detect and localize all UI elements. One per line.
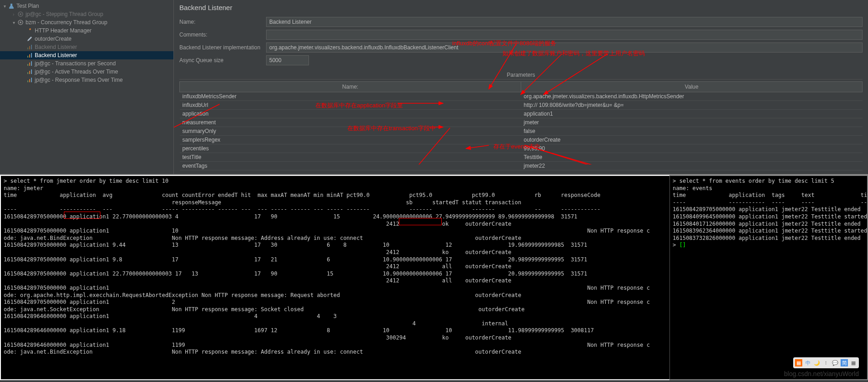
col-value: Value xyxy=(521,82,863,92)
comments-label: Comments: xyxy=(179,32,266,38)
param-value[interactable]: outorderCreate xyxy=(521,136,863,144)
tool-icon[interactable]: ⁝ xyxy=(822,359,830,366)
chart-icon xyxy=(26,52,33,58)
impl-label: Backend Listener implementation xyxy=(179,44,266,51)
gear-icon xyxy=(17,19,24,26)
tree-root[interactable]: ▾ Test Plan xyxy=(0,2,173,10)
panel-title: Backend Listener xyxy=(179,4,863,11)
tree-item[interactable]: HTTP Header Manager xyxy=(0,27,173,35)
param-name[interactable]: summaryOnly xyxy=(180,127,521,136)
tree-label: jp@gc - Stepping Thread Group xyxy=(26,11,103,17)
svg-rect-13 xyxy=(27,72,28,74)
name-label: Name: xyxy=(179,19,266,25)
tool-icon[interactable]: ▦ xyxy=(795,359,802,366)
impl-input[interactable] xyxy=(266,42,863,53)
tree-label: bzm - Concurrency Thread Group xyxy=(26,19,107,26)
param-row[interactable]: influxdbMetricsSenderorg.apache.jmeter.v… xyxy=(180,92,863,101)
tool-icon[interactable]: 中 xyxy=(804,359,811,366)
svg-rect-9 xyxy=(31,53,32,58)
tree-item[interactable]: Backend Listener xyxy=(0,43,173,51)
svg-rect-16 xyxy=(27,80,28,82)
param-name[interactable]: samplersRegex xyxy=(180,136,521,144)
tree-item[interactable]: jp@gc - Response Times Over Time xyxy=(0,76,173,84)
params-header: Parameters xyxy=(179,72,863,80)
tool-icon[interactable]: 💬 xyxy=(831,359,839,366)
watermark: blog.csdn.net/xianyuWorld xyxy=(784,370,859,377)
param-name[interactable]: percentiles xyxy=(180,144,521,153)
flask-icon xyxy=(8,3,15,9)
expander-icon[interactable]: › xyxy=(13,12,17,17)
param-value[interactable]: org.apache.jmeter.visualizers.backend.in… xyxy=(521,92,863,101)
tree-item[interactable]: jp@gc - Transactions per Second xyxy=(0,59,173,68)
tool-icon[interactable]: ▦ xyxy=(850,359,857,366)
svg-rect-14 xyxy=(29,71,30,74)
terminal-left[interactable]: > select * from jmeter order by time des… xyxy=(0,175,669,380)
tree-item[interactable]: Backend Listener xyxy=(0,51,173,59)
svg-rect-12 xyxy=(31,61,32,66)
param-value[interactable]: application1 xyxy=(521,110,863,118)
tree-label: outorderCreate xyxy=(35,36,72,42)
queue-input[interactable] xyxy=(266,55,309,65)
param-row[interactable]: samplersRegexoutorderCreate xyxy=(180,136,863,144)
svg-rect-4 xyxy=(27,48,28,49)
chart-icon xyxy=(26,44,33,50)
param-name[interactable]: influxdbMetricsSender xyxy=(180,92,521,101)
tree-label: Backend Listener xyxy=(35,52,77,58)
spanner-icon xyxy=(26,27,33,34)
tree-label: jp@gc - Response Times Over Time xyxy=(35,77,123,83)
tree-label: Backend Listener xyxy=(35,44,77,50)
param-name[interactable]: testTitle xyxy=(180,153,521,162)
tree-label: Test Plan xyxy=(16,3,39,9)
tree-label: HTTP Header Manager xyxy=(35,27,92,34)
tree-item[interactable]: ›jp@gc - Stepping Thread Group xyxy=(0,10,173,18)
svg-rect-8 xyxy=(29,54,30,58)
svg-rect-7 xyxy=(27,56,28,58)
tree-item[interactable]: jp@gc - Active Threads Over Time xyxy=(0,68,173,76)
param-value[interactable]: jmeter22 xyxy=(521,162,863,170)
pencil-icon xyxy=(26,36,33,42)
queue-label: Async Queue size xyxy=(179,57,266,64)
terminal-area: > select * from jmeter order by time des… xyxy=(0,174,868,380)
param-name[interactable]: eventTags xyxy=(180,162,521,170)
svg-rect-18 xyxy=(31,78,32,82)
tree-panel: ▾ Test Plan ›jp@gc - Stepping Thread Gro… xyxy=(0,0,174,174)
expander-icon[interactable]: ▾ xyxy=(13,20,17,25)
gear-icon xyxy=(17,11,24,17)
param-value[interactable]: jmeter xyxy=(521,118,863,127)
svg-point-1 xyxy=(20,13,21,15)
svg-rect-5 xyxy=(29,46,30,49)
param-value[interactable]: Testtitle xyxy=(521,153,863,162)
param-table: Name: Value influxdbMetricsSenderorg.apa… xyxy=(179,81,863,170)
param-value[interactable]: false xyxy=(521,127,863,136)
param-name[interactable]: application xyxy=(180,110,521,118)
svg-rect-11 xyxy=(29,63,30,66)
svg-rect-6 xyxy=(31,45,32,49)
param-value[interactable]: http:// 109:8086/write?db=jmeter&u= &p= xyxy=(521,101,863,110)
param-row[interactable]: testTitleTesttitle xyxy=(180,153,863,162)
chart-icon xyxy=(26,77,33,83)
tree-item[interactable]: ▾bzm - Concurrency Thread Group xyxy=(0,18,173,27)
tool-icon[interactable]: 简 xyxy=(841,359,848,366)
param-name[interactable]: influxdbUrl xyxy=(180,101,521,110)
name-input[interactable] xyxy=(266,17,863,27)
param-row[interactable]: applicationapplication1 xyxy=(180,110,863,118)
param-name[interactable]: measurement xyxy=(180,118,521,127)
chart-icon xyxy=(26,69,33,75)
param-row[interactable]: eventTagsjmeter22 xyxy=(180,162,863,170)
comments-input[interactable] xyxy=(266,30,863,40)
param-row[interactable]: measurementjmeter xyxy=(180,118,863,127)
param-value[interactable]: 99;95;90 xyxy=(521,144,863,153)
terminal-right[interactable]: > select * from events order by time des… xyxy=(669,175,868,380)
param-row[interactable]: influxdbUrlhttp:// 109:8086/write?db=jme… xyxy=(180,101,863,110)
svg-rect-15 xyxy=(31,69,32,74)
footer-toolbar[interactable]: ▦ 中 🌙 ⁝ 💬 简 ▦ xyxy=(793,357,859,368)
tree-item[interactable]: outorderCreate xyxy=(0,35,173,43)
tree-label: jp@gc - Transactions per Second xyxy=(35,60,116,67)
param-row[interactable]: percentiles99;95;90 xyxy=(180,144,863,153)
svg-rect-17 xyxy=(29,79,30,82)
param-row[interactable]: summaryOnlyfalse xyxy=(180,127,863,136)
svg-point-3 xyxy=(20,21,21,23)
content-panel: Backend Listener Name: Comments: Backend… xyxy=(174,0,868,174)
tool-icon[interactable]: 🌙 xyxy=(813,359,821,366)
expander-icon[interactable]: ▾ xyxy=(4,4,8,9)
